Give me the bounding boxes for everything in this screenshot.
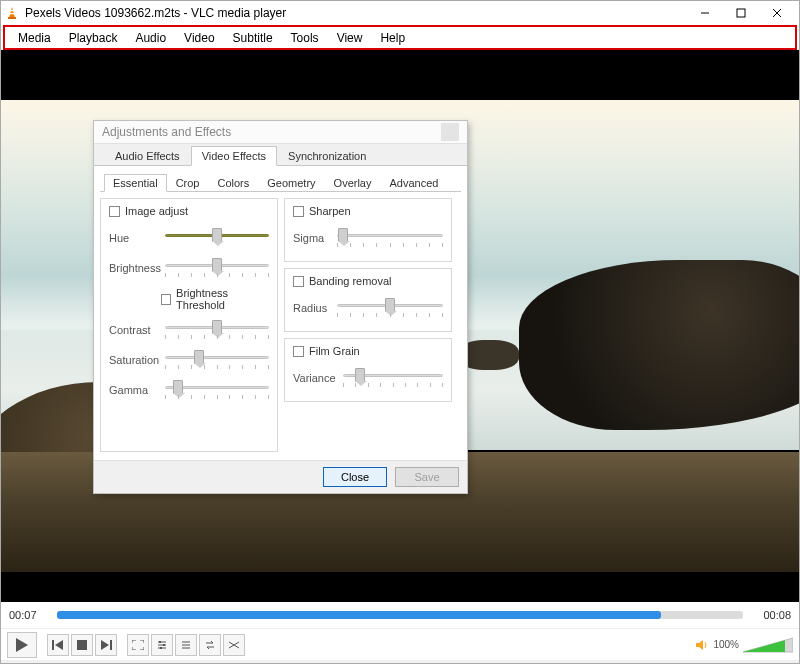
- gamma-label: Gamma: [109, 384, 159, 396]
- svg-rect-9: [52, 640, 54, 650]
- tab-synchronization[interactable]: Synchronization: [277, 146, 377, 165]
- dialog-footer: Close Save: [94, 460, 467, 493]
- brightness-label: Brightness: [109, 262, 159, 274]
- sigma-label: Sigma: [293, 232, 331, 244]
- video-area[interactable]: Adjustments and Effects Audio Effects Vi…: [1, 50, 799, 602]
- seek-slider[interactable]: [57, 611, 743, 619]
- svg-marker-0: [9, 7, 15, 18]
- dialog-titlebar[interactable]: Adjustments and Effects: [94, 121, 467, 144]
- menu-subtitle[interactable]: Subtitle: [224, 29, 282, 47]
- brightness-threshold-label: Brightness Threshold: [176, 287, 269, 311]
- close-window-button[interactable]: [759, 2, 795, 24]
- subtab-geometry[interactable]: Geometry: [258, 174, 324, 191]
- volume-control: 100%: [695, 636, 793, 654]
- brightness-threshold-checkbox[interactable]: [161, 294, 171, 305]
- gamma-slider[interactable]: [165, 379, 269, 401]
- next-button[interactable]: [95, 634, 117, 656]
- hue-label: Hue: [109, 232, 159, 244]
- image-adjust-checkbox[interactable]: [109, 206, 120, 217]
- svg-rect-13: [110, 640, 112, 650]
- time-elapsed[interactable]: 00:07: [9, 609, 51, 621]
- control-bar: 100%: [1, 628, 799, 660]
- titlebar: Pexels Videos 1093662.m2ts - VLC media p…: [1, 1, 799, 25]
- filmgrain-checkbox[interactable]: [293, 346, 304, 357]
- radius-label: Radius: [293, 302, 331, 314]
- subtab-crop[interactable]: Crop: [167, 174, 209, 191]
- filmgrain-label: Film Grain: [309, 345, 360, 357]
- sharpen-checkbox[interactable]: [293, 206, 304, 217]
- menu-audio[interactable]: Audio: [126, 29, 175, 47]
- svg-rect-19: [160, 647, 162, 649]
- subtab-overlay[interactable]: Overlay: [325, 174, 381, 191]
- dialog-main-tabs: Audio Effects Video Effects Synchronizat…: [94, 144, 467, 166]
- tab-audio-effects[interactable]: Audio Effects: [104, 146, 191, 165]
- stop-button[interactable]: [71, 634, 93, 656]
- dialog-sub-tabs: Essential Crop Colors Geometry Overlay A…: [100, 172, 461, 192]
- speaker-icon[interactable]: [695, 638, 709, 652]
- dialog-close-icon[interactable]: [441, 123, 459, 141]
- play-button[interactable]: [7, 632, 37, 658]
- radius-slider[interactable]: [337, 297, 443, 319]
- brightness-slider[interactable]: [165, 257, 269, 279]
- time-bar: 00:07 00:08: [1, 602, 799, 628]
- volume-percent: 100%: [713, 639, 739, 650]
- tab-video-effects[interactable]: Video Effects: [191, 146, 277, 166]
- effects-dialog: Adjustments and Effects Audio Effects Vi…: [93, 120, 468, 494]
- menu-media[interactable]: Media: [9, 29, 60, 47]
- vlc-cone-icon: [5, 6, 19, 20]
- close-button[interactable]: Close: [323, 467, 387, 487]
- menu-tools[interactable]: Tools: [282, 29, 328, 47]
- volume-slider[interactable]: [743, 636, 793, 654]
- sharpen-label: Sharpen: [309, 205, 351, 217]
- menu-help[interactable]: Help: [371, 29, 414, 47]
- menubar: Media Playback Audio Video Subtitle Tool…: [3, 25, 797, 50]
- svg-rect-11: [77, 640, 87, 650]
- shuffle-button[interactable]: [223, 634, 245, 656]
- dialog-title-text: Adjustments and Effects: [102, 125, 231, 139]
- playlist-button[interactable]: [175, 634, 197, 656]
- svg-marker-12: [101, 640, 109, 650]
- svg-rect-18: [163, 644, 165, 646]
- previous-button[interactable]: [47, 634, 69, 656]
- menu-video[interactable]: Video: [175, 29, 223, 47]
- subtab-advanced[interactable]: Advanced: [380, 174, 447, 191]
- time-total[interactable]: 00:08: [749, 609, 791, 621]
- svg-rect-1: [8, 17, 16, 19]
- svg-rect-2: [10, 10, 14, 11]
- status-bar: [1, 660, 799, 664]
- svg-rect-17: [159, 641, 161, 643]
- video-effects-panel: Essential Crop Colors Geometry Overlay A…: [94, 166, 467, 460]
- subtab-essential[interactable]: Essential: [104, 174, 167, 192]
- window-title: Pexels Videos 1093662.m2ts - VLC media p…: [25, 6, 286, 20]
- contrast-slider[interactable]: [165, 319, 269, 341]
- banding-checkbox[interactable]: [293, 276, 304, 287]
- image-adjust-label: Image adjust: [125, 205, 188, 217]
- hue-slider[interactable]: [165, 227, 269, 249]
- fullscreen-button[interactable]: [127, 634, 149, 656]
- banding-label: Banding removal: [309, 275, 392, 287]
- subtab-colors[interactable]: Colors: [208, 174, 258, 191]
- minimize-button[interactable]: [687, 2, 723, 24]
- variance-slider[interactable]: [343, 367, 443, 389]
- maximize-button[interactable]: [723, 2, 759, 24]
- menu-playback[interactable]: Playback: [60, 29, 127, 47]
- extended-settings-button[interactable]: [151, 634, 173, 656]
- filmgrain-group: Film Grain Variance: [284, 338, 452, 402]
- sharpen-group: Sharpen Sigma: [284, 198, 452, 262]
- save-button[interactable]: Save: [395, 467, 459, 487]
- image-adjust-group: Image adjust Hue Brightness Brightn: [100, 198, 278, 452]
- svg-marker-23: [696, 640, 703, 650]
- menu-view[interactable]: View: [328, 29, 372, 47]
- loop-button[interactable]: [199, 634, 221, 656]
- svg-marker-8: [16, 638, 28, 652]
- contrast-label: Contrast: [109, 324, 159, 336]
- saturation-slider[interactable]: [165, 349, 269, 371]
- sigma-slider[interactable]: [337, 227, 443, 249]
- saturation-label: Saturation: [109, 354, 159, 366]
- svg-rect-5: [737, 9, 745, 17]
- svg-marker-10: [55, 640, 63, 650]
- svg-rect-3: [10, 13, 15, 14]
- banding-group: Banding removal Radius: [284, 268, 452, 332]
- variance-label: Variance: [293, 372, 337, 384]
